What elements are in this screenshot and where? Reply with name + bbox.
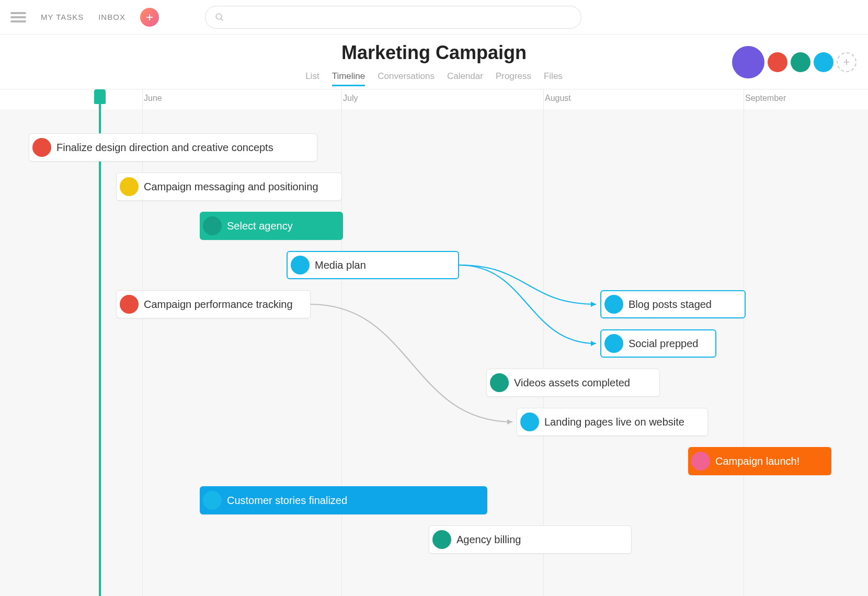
search-input[interactable] <box>205 6 581 29</box>
tab-list[interactable]: List <box>305 71 319 86</box>
nav-my-tasks[interactable]: MY TASKS <box>41 13 84 21</box>
assignee-avatar <box>120 177 139 196</box>
task-label: Finalize design direction and creative c… <box>56 142 273 154</box>
assignee-avatar <box>490 373 509 392</box>
project-members: + <box>732 46 856 78</box>
task-blog-posts[interactable]: Blog posts staged <box>600 290 746 318</box>
task-label: Campaign launch! <box>715 455 800 467</box>
assignee-avatar <box>203 216 222 235</box>
svg-line-1 <box>221 18 223 21</box>
task-label: Campaign messaging and positioning <box>144 181 318 193</box>
month-gridline <box>341 89 342 596</box>
assignee-avatar <box>520 412 539 431</box>
month-gridline <box>142 89 143 596</box>
today-marker <box>99 89 101 596</box>
task-label: Blog posts staged <box>629 299 712 311</box>
tab-timeline[interactable]: Timeline <box>332 71 366 86</box>
dependency-connectors <box>0 89 868 596</box>
task-agency-billing[interactable]: Agency billing <box>429 525 632 554</box>
task-label: Agency billing <box>456 534 521 546</box>
member-avatar[interactable] <box>732 46 764 78</box>
task-campaign-tracking[interactable]: Campaign performance tracking <box>116 290 311 318</box>
task-customer-stories[interactable]: Customer stories finalized <box>200 486 487 514</box>
task-media-plan[interactable]: Media plan <box>287 251 459 279</box>
task-label: Campaign performance tracking <box>144 299 293 311</box>
nav-inbox[interactable]: INBOX <box>98 13 125 21</box>
member-avatar[interactable] <box>791 52 810 72</box>
tab-progress[interactable]: Progress <box>496 71 531 86</box>
timeline-view[interactable]: JuneJulyAugustSeptember Finalize design … <box>0 89 868 596</box>
assignee-avatar <box>432 530 451 549</box>
month-label: September <box>745 94 786 103</box>
month-label: July <box>343 94 358 103</box>
svg-marker-2 <box>591 302 596 307</box>
search-icon <box>215 13 224 22</box>
month-label: June <box>144 94 162 103</box>
menu-icon[interactable] <box>10 10 26 25</box>
tab-calendar[interactable]: Calendar <box>447 71 483 86</box>
assignee-avatar <box>291 256 310 274</box>
month-gridline <box>543 89 544 596</box>
month-gridline <box>744 89 744 596</box>
assignee-avatar <box>691 452 710 471</box>
task-campaign-launch[interactable]: Campaign launch! <box>688 447 831 475</box>
month-label: August <box>545 94 571 103</box>
task-label: Landing pages live on website <box>544 416 684 428</box>
assignee-avatar <box>203 491 222 510</box>
svg-marker-4 <box>507 419 512 425</box>
task-label: Videos assets completed <box>514 377 630 389</box>
task-label: Social prepped <box>629 338 698 350</box>
tab-files[interactable]: Files <box>544 71 563 86</box>
svg-marker-3 <box>591 341 596 346</box>
member-avatar[interactable] <box>814 52 833 72</box>
task-videos-completed[interactable]: Videos assets completed <box>486 369 660 397</box>
task-label: Select agency <box>227 220 293 232</box>
assignee-avatar <box>32 138 51 157</box>
top-nav: MY TASKS INBOX + <box>0 0 868 35</box>
task-campaign-messaging[interactable]: Campaign messaging and positioning <box>116 173 342 201</box>
task-social-prepped[interactable]: Social prepped <box>600 329 716 358</box>
today-handle[interactable] <box>94 89 106 104</box>
member-avatar[interactable] <box>768 52 787 72</box>
project-header: Marketing Campaign ListTimelineConversat… <box>0 35 868 89</box>
task-select-agency[interactable]: Select agency <box>200 212 343 240</box>
assignee-avatar <box>604 334 623 353</box>
month-header: JuneJulyAugustSeptember <box>0 89 868 109</box>
svg-point-0 <box>216 14 222 19</box>
task-label: Media plan <box>315 259 366 271</box>
assignee-avatar <box>604 295 623 314</box>
task-finalize-design[interactable]: Finalize design direction and creative c… <box>29 133 317 162</box>
add-member-button[interactable]: + <box>837 52 856 72</box>
tab-conversations[interactable]: Conversations <box>378 71 435 86</box>
add-button[interactable]: + <box>140 8 159 27</box>
assignee-avatar <box>120 295 139 314</box>
task-label: Customer stories finalized <box>227 495 347 507</box>
task-landing-pages[interactable]: Landing pages live on website <box>517 408 708 436</box>
